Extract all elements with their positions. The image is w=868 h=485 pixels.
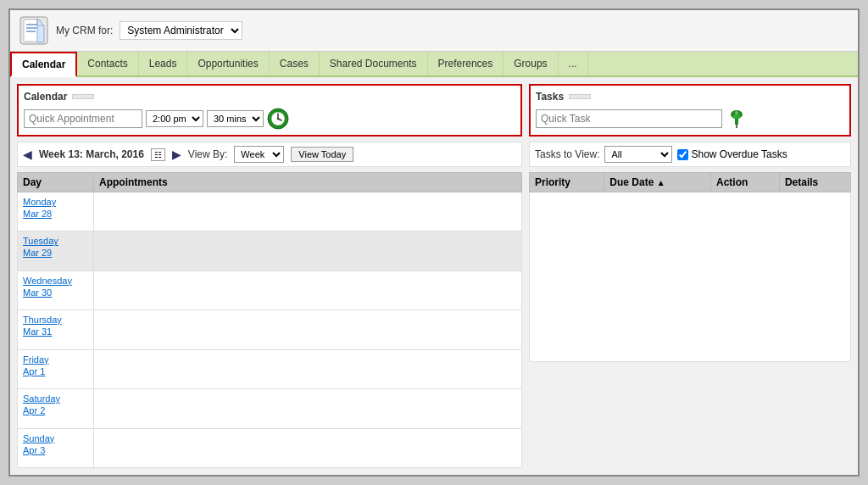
day-link[interactable]: SundayApr 3 <box>23 433 54 455</box>
quick-task-row <box>536 108 844 130</box>
crm-label: My CRM for: <box>56 25 113 36</box>
show-overdue-label: Show Overdue Tasks <box>691 148 787 160</box>
col-action-header: Action <box>711 173 780 192</box>
week-label: Week 13: March, 2016 <box>39 148 144 160</box>
nav-item-more[interactable]: ... <box>559 52 588 75</box>
next-week-button[interactable]: ▶ <box>172 148 181 161</box>
tasks-box: Tasks <box>529 84 851 137</box>
user-select[interactable]: System Administrator <box>120 21 242 40</box>
main-content: Calendar 2:00 pm 2:30 pm 3:00 pm 30 mins… <box>10 77 858 475</box>
calendar-row: ThursdayMar 31 <box>18 310 522 349</box>
calendar-row: FridayApr 1 <box>18 349 522 388</box>
day-link[interactable]: FridayApr 1 <box>23 354 49 376</box>
appointment-cell <box>94 349 522 388</box>
day-cell: MondayMar 28 <box>18 192 94 231</box>
nav-bar: Calendar Contacts Leads Opportunities Ca… <box>10 52 858 77</box>
svg-point-12 <box>277 118 279 120</box>
calendar-row: SundayApr 3 <box>18 428 522 467</box>
day-cell: SaturdayApr 2 <box>18 389 94 428</box>
tasks-filter-row: Tasks to View: All Today This Week Show … <box>529 142 851 167</box>
header: My CRM for: System Administrator <box>10 10 858 52</box>
day-link[interactable]: WednesdayMar 30 <box>23 276 72 298</box>
tasks-tbody <box>530 192 851 362</box>
duration-select[interactable]: 30 mins 15 mins 1 hour <box>207 110 264 127</box>
col-day-header: Day <box>18 173 94 192</box>
nav-item-calendar[interactable]: Calendar <box>10 52 77 77</box>
tasks-table: Priority Due Date ▲ Action Details <box>529 172 851 362</box>
col-due-date-header[interactable]: Due Date ▲ <box>604 173 711 192</box>
tasks-filter-select[interactable]: All Today This Week <box>604 146 672 163</box>
view-today-button[interactable]: View Today <box>291 147 353 162</box>
calendar-tab[interactable] <box>72 94 94 99</box>
day-link[interactable]: SaturdayApr 2 <box>23 393 60 415</box>
col-appointments-header: Appointments <box>94 173 522 192</box>
calendar-row: SaturdayApr 2 <box>18 389 522 428</box>
tasks-title-row: Tasks <box>536 91 844 103</box>
app-logo-icon <box>19 15 49 46</box>
appointment-cell <box>94 310 522 349</box>
tasks-title: Tasks <box>536 91 564 103</box>
right-panel: Tasks <box>529 84 851 468</box>
appointment-cell <box>94 192 522 231</box>
appointment-cell <box>94 231 522 270</box>
nav-item-groups[interactable]: Groups <box>504 52 558 75</box>
time-select[interactable]: 2:00 pm 2:30 pm 3:00 pm <box>146 110 203 127</box>
calendar-title: Calendar <box>24 91 67 103</box>
calendar-nav: ◀ Week 13: March, 2016 ☷ ▶ View By: Week… <box>17 142 522 167</box>
col-priority-header[interactable]: Priority <box>530 173 604 192</box>
quick-appointment-row: 2:00 pm 2:30 pm 3:00 pm 30 mins 15 mins … <box>24 108 515 130</box>
day-cell: ThursdayMar 31 <box>18 310 94 349</box>
svg-point-19 <box>735 111 738 114</box>
day-cell: FridayApr 1 <box>18 349 94 388</box>
tasks-tab[interactable] <box>569 94 591 99</box>
nav-item-contacts[interactable]: Contacts <box>77 52 138 75</box>
appointment-cell <box>94 389 522 428</box>
nav-item-preferences[interactable]: Preferences <box>428 52 504 75</box>
day-cell: WednesdayMar 30 <box>18 270 94 309</box>
quick-appointment-input[interactable] <box>24 109 142 128</box>
calendar-row: MondayMar 28 <box>18 192 522 231</box>
quick-task-input[interactable] <box>536 109 722 128</box>
view-select[interactable]: Week Day Month <box>234 146 284 163</box>
show-overdue-checkbox[interactable] <box>677 149 688 160</box>
prev-week-button[interactable]: ◀ <box>23 148 32 161</box>
day-cell: TuesdayMar 29 <box>18 231 94 270</box>
app-window: My CRM for: System Administrator Calenda… <box>8 8 860 477</box>
col-details-header: Details <box>779 173 850 192</box>
svg-rect-16 <box>735 118 738 125</box>
nav-item-cases[interactable]: Cases <box>270 52 320 75</box>
day-link[interactable]: ThursdayMar 31 <box>23 315 62 337</box>
calendar-grid-icon[interactable]: ☷ <box>151 148 165 161</box>
calendar-row: WednesdayMar 30 <box>18 270 522 309</box>
view-by-label: View By: <box>188 148 227 160</box>
left-panel: Calendar 2:00 pm 2:30 pm 3:00 pm 30 mins… <box>17 84 522 468</box>
nav-item-shared-docs[interactable]: Shared Documents <box>320 52 428 75</box>
appointment-cell <box>94 270 522 309</box>
calendar-table: Day Appointments MondayMar 28 TuesdayMar… <box>17 172 522 468</box>
svg-rect-17 <box>733 114 740 119</box>
day-cell: SundayApr 3 <box>18 428 94 467</box>
day-link[interactable]: TuesdayMar 29 <box>23 236 58 258</box>
sort-arrow-icon: ▲ <box>657 178 665 187</box>
add-task-button[interactable] <box>726 108 748 130</box>
add-appointment-button[interactable] <box>267 108 289 130</box>
calendar-title-row: Calendar <box>24 91 515 103</box>
show-overdue-checkbox-label[interactable]: Show Overdue Tasks <box>677 148 787 160</box>
calendar-box: Calendar 2:00 pm 2:30 pm 3:00 pm 30 mins… <box>17 84 522 137</box>
tasks-empty-row <box>530 192 851 362</box>
nav-item-opportunities[interactable]: Opportunities <box>187 52 269 75</box>
nav-item-leads[interactable]: Leads <box>139 52 188 75</box>
day-link[interactable]: MondayMar 28 <box>23 197 56 219</box>
appointment-cell <box>94 428 522 467</box>
tasks-filter-label: Tasks to View: <box>535 148 599 160</box>
calendar-row: TuesdayMar 29 <box>18 231 522 270</box>
